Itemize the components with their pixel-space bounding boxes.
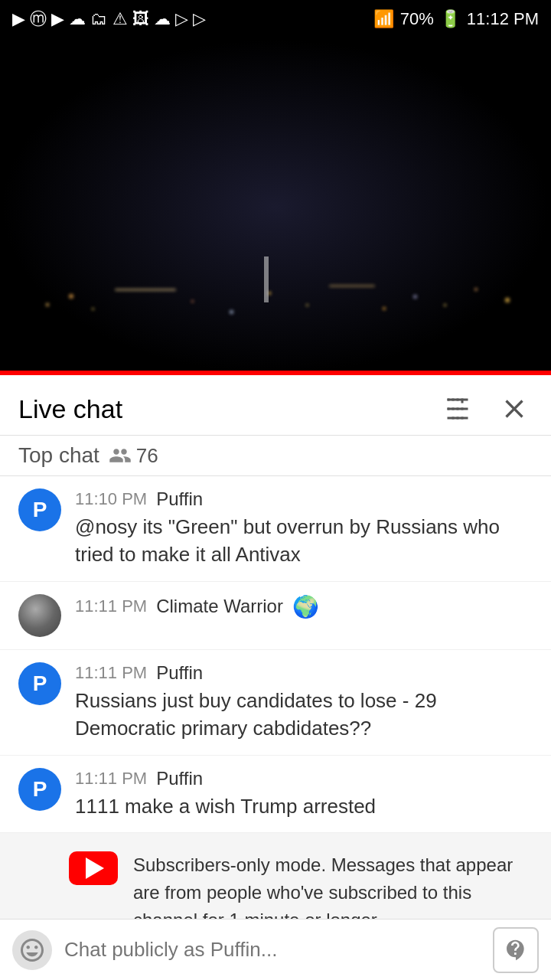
status-bar-left: ▶ ⓜ ▶ ☁ 🗂 ⚠ 🖼 ☁ ▷ ▷ bbox=[12, 8, 206, 31]
avatar: P bbox=[18, 488, 61, 531]
top-chat-label: Top chat bbox=[18, 443, 99, 468]
message-time: 11:10 PM bbox=[75, 489, 147, 509]
message-content: 11:11 PM Puffin 1111 make a wish Trump a… bbox=[75, 768, 533, 820]
status-bar: ▶ ⓜ ▶ ☁ 🗂 ⚠ 🖼 ☁ ▷ ▷ 📶 70% 🔋 11:12 PM bbox=[0, 0, 551, 38]
chat-section: Live chat Top chat 76 bbox=[0, 375, 551, 980]
message-emoji: 🌍 bbox=[292, 594, 319, 619]
chat-message: P 11:10 PM Puffin @nosy its "Green" but … bbox=[0, 476, 551, 582]
people-icon bbox=[109, 444, 132, 467]
message-meta: 11:11 PM Puffin bbox=[75, 662, 533, 684]
message-text: Russians just buy candidates to lose - 2… bbox=[75, 687, 533, 743]
chat-messages: P 11:10 PM Puffin @nosy its "Green" but … bbox=[0, 476, 551, 980]
status-bar-right: 📶 70% 🔋 11:12 PM bbox=[373, 9, 539, 29]
viewer-count-number: 76 bbox=[136, 444, 158, 468]
message-meta: 11:11 PM Climate Warrior 🌍 bbox=[75, 594, 533, 619]
emoji-icon bbox=[18, 936, 46, 964]
battery-level: 70% bbox=[400, 9, 434, 29]
emoji-button[interactable] bbox=[12, 930, 52, 970]
message-content: 11:11 PM Climate Warrior 🌍 bbox=[75, 594, 533, 622]
top-chat-bar: Top chat 76 bbox=[0, 436, 551, 476]
message-time: 11:11 PM bbox=[75, 769, 147, 789]
time: 11:12 PM bbox=[467, 9, 539, 29]
live-chat-title: Live chat bbox=[18, 394, 122, 424]
message-content: 11:10 PM Puffin @nosy its "Green" but ov… bbox=[75, 488, 533, 569]
battery-icon: 🔋 bbox=[440, 9, 461, 29]
video-background bbox=[0, 38, 551, 375]
chat-message: P 11:11 PM Puffin 1111 make a wish Trump… bbox=[0, 756, 551, 833]
avatar: P bbox=[18, 662, 61, 705]
viewer-count: 76 bbox=[109, 444, 158, 468]
chat-input-bar bbox=[0, 919, 551, 980]
currency-icon bbox=[504, 938, 528, 962]
chat-message: 11:11 PM Climate Warrior 🌍 bbox=[0, 582, 551, 650]
message-author: Puffin bbox=[156, 488, 203, 510]
message-meta: 11:11 PM Puffin bbox=[75, 768, 533, 789]
message-meta: 11:10 PM Puffin bbox=[75, 488, 533, 510]
play-triangle bbox=[86, 858, 104, 879]
super-chat-button[interactable] bbox=[493, 927, 539, 973]
header-controls bbox=[441, 390, 533, 427]
video-player[interactable] bbox=[0, 38, 551, 375]
city-lights bbox=[0, 237, 551, 329]
live-chat-header: Live chat bbox=[0, 375, 551, 436]
message-content: 11:11 PM Puffin Russians just buy candid… bbox=[75, 662, 533, 743]
chat-input[interactable] bbox=[64, 938, 481, 962]
progress-bar bbox=[0, 371, 551, 375]
message-author: Climate Warrior bbox=[156, 596, 283, 617]
close-icon bbox=[499, 394, 530, 424]
message-author: Puffin bbox=[156, 662, 203, 684]
wifi-icon: 📶 bbox=[373, 9, 394, 29]
message-time: 11:11 PM bbox=[75, 663, 147, 683]
youtube-icon bbox=[69, 851, 118, 885]
message-author: Puffin bbox=[156, 768, 203, 789]
message-text: 1111 make a wish Trump arrested bbox=[75, 792, 533, 820]
avatar bbox=[18, 594, 61, 637]
close-button[interactable] bbox=[496, 390, 533, 427]
message-text: @nosy its "Green" but overrun by Russian… bbox=[75, 513, 533, 569]
filter-button[interactable] bbox=[441, 392, 474, 426]
chat-message: P 11:11 PM Puffin Russians just buy cand… bbox=[0, 650, 551, 756]
avatar: P bbox=[18, 768, 61, 811]
message-time: 11:11 PM bbox=[75, 596, 147, 616]
notification-icons: ▶ ⓜ ▶ ☁ 🗂 ⚠ 🖼 ☁ ▷ ▷ bbox=[12, 8, 206, 31]
filter-icon bbox=[444, 395, 471, 423]
